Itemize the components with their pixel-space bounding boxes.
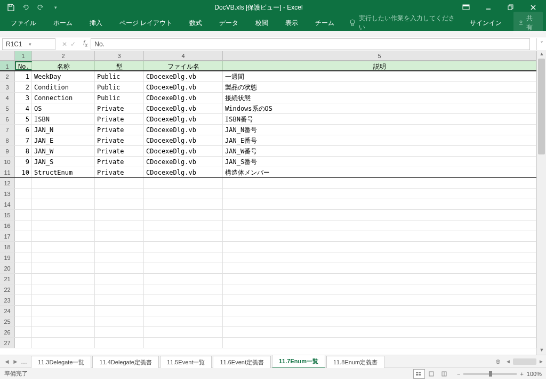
select-all-corner[interactable]	[0, 51, 15, 60]
row-header[interactable]: 5	[0, 103, 15, 113]
empty-cell[interactable]	[15, 231, 32, 241]
undo-icon[interactable]	[19, 1, 32, 14]
zoom-out-icon[interactable]: −	[457, 371, 460, 377]
empty-cell[interactable]	[95, 178, 144, 188]
empty-cell[interactable]	[32, 220, 95, 231]
tab-file[interactable]: ファイル	[3, 15, 44, 31]
empty-cell[interactable]	[95, 231, 144, 241]
empty-cell[interactable]	[144, 199, 223, 209]
fx-icon[interactable]: fx	[80, 39, 91, 48]
sheet-nav-more-icon[interactable]: …	[20, 358, 28, 365]
row-header[interactable]: 21	[0, 274, 15, 284]
data-cell[interactable]: 一週間	[223, 71, 536, 81]
redo-icon[interactable]	[34, 1, 47, 14]
empty-cell[interactable]	[15, 327, 32, 337]
data-cell[interactable]: 8	[15, 146, 32, 156]
data-cell[interactable]: 7	[15, 135, 32, 145]
zoom-value[interactable]: 100%	[527, 371, 542, 377]
tab-home[interactable]: ホーム	[46, 15, 80, 31]
empty-cell[interactable]	[95, 220, 144, 231]
empty-cell[interactable]	[15, 242, 32, 252]
data-cell[interactable]: StructEnum	[32, 167, 95, 177]
sheet-nav-next-icon[interactable]: ►	[12, 358, 19, 365]
empty-cell[interactable]	[95, 252, 144, 263]
empty-cell[interactable]	[144, 189, 223, 199]
empty-cell[interactable]	[144, 306, 223, 316]
empty-cell[interactable]	[32, 210, 95, 220]
empty-cell[interactable]	[95, 306, 144, 316]
data-cell[interactable]: 5	[15, 114, 32, 124]
empty-cell[interactable]	[144, 210, 223, 220]
data-cell[interactable]: Connection	[32, 93, 95, 103]
sheet-tab[interactable]: 11.3Delegate一覧	[31, 356, 91, 368]
col-header[interactable]: 4	[144, 51, 223, 60]
empty-cell[interactable]	[15, 274, 32, 284]
tell-me-search[interactable]: 実行したい作業を入力してください	[349, 14, 460, 32]
row-header[interactable]: 16	[0, 220, 15, 231]
data-cell[interactable]: CDocexeDlg.vb	[144, 157, 223, 167]
empty-cell[interactable]	[32, 295, 95, 305]
empty-cell[interactable]	[15, 295, 32, 305]
data-cell[interactable]: 製品の状態	[223, 82, 536, 92]
col-header[interactable]: 5	[223, 51, 536, 60]
empty-cell[interactable]	[95, 295, 144, 305]
accept-formula-icon[interactable]: ✓	[70, 40, 76, 48]
row-header[interactable]: 9	[0, 146, 15, 156]
empty-cell[interactable]	[144, 284, 223, 295]
empty-cell[interactable]	[15, 284, 32, 295]
zoom-in-icon[interactable]: +	[520, 371, 523, 377]
empty-cell[interactable]	[15, 338, 32, 348]
row-header[interactable]: 14	[0, 199, 15, 209]
row-header[interactable]: 22	[0, 284, 15, 295]
tab-review[interactable]: 校閲	[248, 15, 276, 31]
empty-cell[interactable]	[223, 306, 536, 316]
col-header[interactable]: 3	[95, 51, 144, 60]
row-header[interactable]: 7	[0, 125, 15, 135]
empty-cell[interactable]	[15, 189, 32, 199]
data-cell[interactable]: JAN_E番号	[223, 135, 536, 145]
empty-cell[interactable]	[144, 338, 223, 348]
empty-cell[interactable]	[32, 284, 95, 295]
data-cell[interactable]: JAN_W	[32, 146, 95, 156]
empty-cell[interactable]	[144, 231, 223, 241]
data-cell[interactable]: Private	[95, 114, 144, 124]
row-header[interactable]: 8	[0, 135, 15, 145]
data-cell[interactable]: CDocexeDlg.vb	[144, 135, 223, 145]
vertical-scrollbar[interactable]: ▲ ▼	[536, 51, 546, 355]
data-cell[interactable]: Private	[95, 157, 144, 167]
sheet-nav-prev-icon[interactable]: ◄	[3, 358, 11, 365]
empty-cell[interactable]	[95, 284, 144, 295]
data-cell[interactable]: JAN_E	[32, 135, 95, 145]
hscroll-thumb[interactable]	[513, 358, 536, 365]
formula-input[interactable]: No.	[91, 38, 530, 50]
empty-cell[interactable]	[223, 327, 536, 337]
data-cell[interactable]: 2	[15, 82, 32, 92]
expand-formula-bar-icon[interactable]: ˅	[536, 38, 546, 50]
data-cell[interactable]: JAN_N番号	[223, 125, 536, 135]
empty-cell[interactable]	[223, 338, 536, 348]
data-cell[interactable]: CDocexeDlg.vb	[144, 146, 223, 156]
page-layout-view-icon[interactable]	[426, 369, 438, 379]
row-header[interactable]: 12	[0, 178, 15, 188]
scroll-up-icon[interactable]: ▲	[537, 51, 546, 59]
data-cell[interactable]: JAN_W番号	[223, 146, 536, 156]
sheet-tab[interactable]: 11.5Event一覧	[160, 356, 212, 368]
row-header[interactable]: 15	[0, 210, 15, 220]
data-cell[interactable]: ISBN	[32, 114, 95, 124]
header-cell[interactable]: No.	[15, 61, 32, 70]
data-cell[interactable]: CDocexeDlg.vb	[144, 93, 223, 103]
empty-cell[interactable]	[144, 316, 223, 326]
data-cell[interactable]: CDocexeDlg.vb	[144, 167, 223, 177]
empty-cell[interactable]	[32, 263, 95, 273]
scroll-right-icon[interactable]: ►	[539, 358, 544, 364]
empty-cell[interactable]	[15, 220, 32, 231]
empty-cell[interactable]	[95, 263, 144, 273]
row-header[interactable]: 6	[0, 114, 15, 124]
qat-customize-icon[interactable]: ▾	[49, 1, 62, 14]
data-cell[interactable]: 9	[15, 157, 32, 167]
empty-cell[interactable]	[223, 295, 536, 305]
header-cell[interactable]: 名称	[32, 61, 95, 70]
row-header[interactable]: 17	[0, 231, 15, 241]
empty-cell[interactable]	[144, 242, 223, 252]
empty-cell[interactable]	[144, 252, 223, 263]
